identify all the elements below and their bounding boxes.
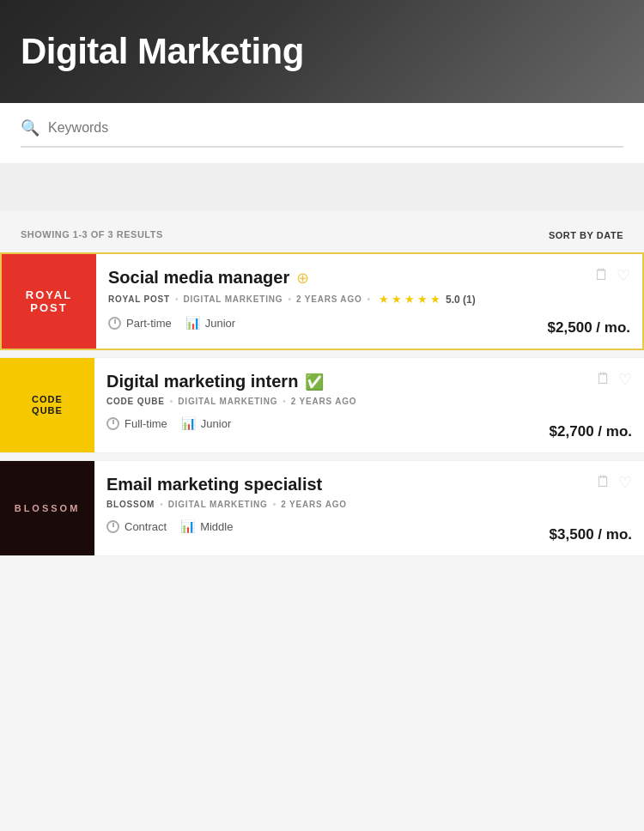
star-1: ★ bbox=[379, 293, 389, 306]
employment-type: Full-time bbox=[125, 417, 167, 430]
star-2: ★ bbox=[392, 293, 402, 306]
royal-post-logo: ROYAL POST bbox=[2, 254, 96, 349]
separator: • bbox=[273, 500, 276, 509]
sort-section: SORT BY DATE bbox=[549, 227, 623, 242]
salary: $2,700 / mo. bbox=[550, 423, 632, 440]
job-meta: BLOSSOM • DIGITAL MARKETING • 2 YEARS AG… bbox=[106, 500, 538, 509]
job-category: DIGITAL MARKETING bbox=[168, 500, 268, 509]
job-meta: CODE QUBE • DIGITAL MARKETING • 2 YEARS … bbox=[106, 397, 538, 406]
code-qube-logo: CODE QUBE bbox=[0, 358, 94, 452]
logo-line1: CODE bbox=[32, 394, 63, 405]
clock-icon bbox=[106, 417, 119, 430]
job-actions: 🗒 ♡ $3,500 / mo. bbox=[550, 461, 644, 555]
job-info: Digital marketing intern ✅ CODE QUBE • D… bbox=[94, 358, 550, 452]
job-level: Junior bbox=[205, 317, 235, 330]
filter-area bbox=[0, 164, 644, 211]
level-tag: 📊 Junior bbox=[181, 416, 231, 430]
time-ago: 2 YEARS AGO bbox=[291, 397, 357, 406]
favorite-icon[interactable]: ♡ bbox=[618, 370, 632, 389]
employment-type-tag: Full-time bbox=[106, 417, 167, 430]
logo-line2: QUBE bbox=[32, 405, 63, 416]
employment-type: Contract bbox=[125, 520, 167, 533]
blossom-logo: BLOSSOM bbox=[0, 461, 94, 555]
job-tags: Part-time 📊 Junior bbox=[108, 316, 536, 330]
company-logo: CODE QUBE bbox=[0, 358, 94, 452]
job-category: DIGITAL MARKETING bbox=[178, 397, 277, 406]
separator: • bbox=[283, 397, 286, 406]
bar-chart-icon: 📊 bbox=[180, 519, 195, 533]
star-5: ★ bbox=[430, 293, 440, 306]
rating-text: 5.0 (1) bbox=[446, 294, 476, 306]
job-level: Junior bbox=[201, 417, 231, 430]
company-name: ROYAL POST bbox=[108, 294, 170, 304]
company-logo: ROYAL POST bbox=[2, 254, 96, 349]
star-3: ★ bbox=[404, 293, 415, 306]
sort-by-label: SORT BY DATE bbox=[549, 230, 623, 240]
results-count: SHOWING 1-3 OF 3 RESULTS bbox=[21, 229, 163, 240]
stars-row: ★ ★ ★ ★ ★ 5.0 (1) bbox=[379, 293, 476, 306]
job-title: Digital marketing intern bbox=[106, 372, 298, 391]
separator: • bbox=[288, 294, 291, 304]
favorite-icon[interactable]: ♡ bbox=[618, 473, 632, 492]
separator: • bbox=[160, 500, 163, 509]
job-card[interactable]: CODE QUBE Digital marketing intern ✅ COD… bbox=[0, 357, 644, 453]
time-ago: 2 YEARS AGO bbox=[281, 500, 347, 509]
employment-type: Part-time bbox=[126, 317, 172, 330]
salary: $2,500 / mo. bbox=[548, 319, 630, 337]
separator: • bbox=[175, 294, 179, 304]
salary: $3,500 / mo. bbox=[550, 526, 632, 543]
job-actions: 🗒 ♡ $2,500 / mo. bbox=[548, 254, 642, 349]
search-section: 🔍 bbox=[0, 103, 644, 164]
job-title: Social media manager bbox=[108, 268, 289, 288]
action-icons: 🗒 ♡ bbox=[594, 266, 630, 285]
results-header: SHOWING 1-3 OF 3 RESULTS SORT BY DATE bbox=[0, 211, 644, 252]
level-tag: 📊 Junior bbox=[185, 316, 235, 330]
message-icon[interactable]: 🗒 bbox=[594, 266, 610, 285]
job-card[interactable]: ROYAL POST Social media manager ⊕ ROYAL … bbox=[0, 252, 644, 350]
job-category: DIGITAL MARKETING bbox=[183, 294, 283, 304]
level-tag: 📊 Middle bbox=[180, 519, 233, 533]
job-title-row: Email marketing specialist bbox=[106, 475, 538, 494]
separator: • bbox=[170, 397, 173, 406]
message-icon[interactable]: 🗒 bbox=[596, 473, 611, 492]
boost-icon: ⊕ bbox=[296, 269, 309, 288]
search-bar: 🔍 bbox=[21, 118, 623, 148]
logo-line2: POST bbox=[30, 301, 67, 314]
clock-icon bbox=[106, 520, 119, 533]
page-title: Digital Marketing bbox=[21, 31, 304, 72]
verified-icon: ✅ bbox=[305, 373, 324, 391]
favorite-icon[interactable]: ♡ bbox=[617, 266, 630, 285]
job-title: Email marketing specialist bbox=[106, 475, 322, 494]
time-ago: 2 YEARS AGO bbox=[296, 294, 362, 304]
search-icon: 🔍 bbox=[21, 118, 39, 137]
bar-chart-icon: 📊 bbox=[185, 316, 200, 330]
job-tags: Full-time 📊 Junior bbox=[106, 416, 538, 430]
action-icons: 🗒 ♡ bbox=[596, 473, 632, 492]
job-card[interactable]: BLOSSOM Email marketing specialist BLOSS… bbox=[0, 460, 644, 556]
logo-line1: BLOSSOM bbox=[15, 503, 81, 513]
company-name: BLOSSOM bbox=[106, 500, 155, 509]
job-tags: Contract 📊 Middle bbox=[106, 519, 538, 533]
company-name: CODE QUBE bbox=[106, 397, 165, 406]
job-title-row: Social media manager ⊕ bbox=[108, 268, 536, 288]
message-icon[interactable]: 🗒 bbox=[596, 370, 611, 389]
job-list: ROYAL POST Social media manager ⊕ ROYAL … bbox=[0, 252, 644, 584]
job-info: Social media manager ⊕ ROYAL POST • DIGI… bbox=[96, 254, 548, 349]
separator: • bbox=[368, 294, 371, 304]
job-actions: 🗒 ♡ $2,700 / mo. bbox=[550, 358, 644, 452]
job-title-row: Digital marketing intern ✅ bbox=[106, 372, 538, 391]
logo-line1: ROYAL bbox=[26, 288, 72, 301]
job-meta: ROYAL POST • DIGITAL MARKETING • 2 YEARS… bbox=[108, 293, 536, 306]
job-info: Email marketing specialist BLOSSOM • DIG… bbox=[94, 461, 550, 555]
job-level: Middle bbox=[200, 520, 233, 533]
action-icons: 🗒 ♡ bbox=[596, 370, 632, 389]
star-4: ★ bbox=[417, 293, 428, 306]
company-logo: BLOSSOM bbox=[0, 461, 94, 555]
clock-icon bbox=[108, 317, 121, 330]
hero-section: Digital Marketing bbox=[0, 0, 644, 103]
employment-type-tag: Part-time bbox=[108, 317, 172, 330]
employment-type-tag: Contract bbox=[106, 520, 167, 533]
bar-chart-icon: 📊 bbox=[181, 416, 196, 430]
search-input[interactable] bbox=[48, 120, 623, 136]
